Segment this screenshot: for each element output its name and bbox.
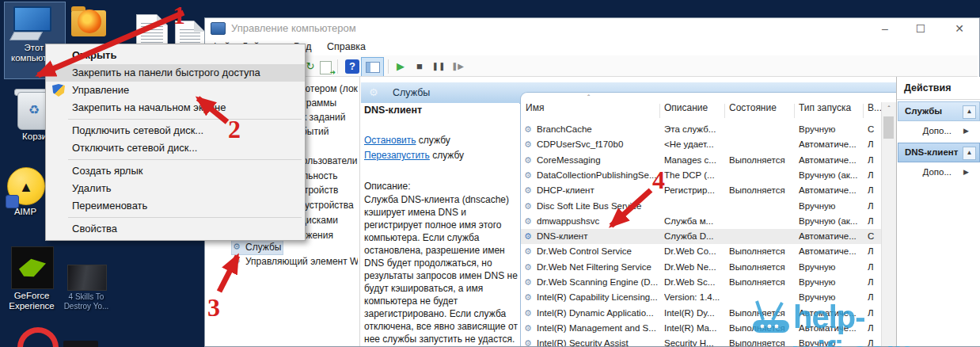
menu-separator [68, 217, 302, 218]
service-gear-icon: ⚙ [524, 185, 532, 196]
window-title: Управление компьютером [231, 22, 356, 34]
geforce-label: GeForce Experience [0, 291, 63, 311]
show-hide-console-tree-icon[interactable] [361, 57, 384, 77]
pane-divider-left[interactable] [359, 77, 360, 346]
service-row[interactable]: ⚙Dr.Web Net Filtering ServiceDr.Web Ne..… [521, 260, 882, 275]
context-rename[interactable]: Переименовать [46, 197, 305, 215]
vertical-scrollbar[interactable]: ˆ [881, 102, 896, 346]
service-gear-icon: ⚙ [524, 277, 532, 288]
service-row[interactable]: ⚙BranchCacheЭта служб...ВручнуюС [521, 122, 882, 137]
scroll-up-icon[interactable]: ˆ [882, 102, 896, 115]
this-pc-monitor-icon [13, 6, 51, 32]
selected-service-name: DNS-клиент [364, 105, 422, 116]
stop-service-suffix: службу [416, 135, 450, 146]
service-row[interactable]: ⚙DataCollectionPublishingSe...The DCP (.… [521, 168, 882, 183]
service-gear-icon: ⚙ [524, 124, 532, 135]
context-open[interactable]: Открыть [46, 47, 305, 64]
actions-more-services[interactable]: Допо...▶ [898, 122, 978, 139]
column-header-logon-as[interactable]: В... [868, 102, 882, 120]
stop-service-icon[interactable]: ■ [412, 59, 427, 74]
toolbar-separator-2 [388, 59, 389, 74]
column-header-description[interactable]: Описание [664, 102, 708, 120]
toolbar-separator [337, 59, 338, 74]
actions-section-services[interactable]: Службы ▲ [898, 101, 980, 121]
actions-title: Действия [904, 82, 951, 93]
column-header-startup-type[interactable]: Тип запуска [799, 102, 851, 120]
service-row[interactable]: ⚙Disc Soft Lite Bus ServiceВручнуюЛ [521, 199, 882, 214]
service-gear-icon: ⚙ [524, 262, 532, 273]
menu-help[interactable]: Справка [327, 41, 366, 52]
actions-section-dns-client[interactable]: DNS-клиент ▲ [898, 143, 980, 162]
service-row[interactable]: ⚙Intel(R) Management and S...Intel(R) Ma… [521, 321, 882, 336]
column-separator [863, 104, 864, 118]
restart-service-icon[interactable]: ❚▶ [450, 59, 465, 74]
context-pin-quick-access[interactable]: Закрепить на панели быстрого доступа [46, 64, 305, 82]
service-row[interactable]: ⚙Intel(R) Security AssistSecurity H...Вы… [521, 336, 882, 346]
column-separator [659, 104, 660, 118]
column-header-status[interactable]: Состояние [729, 102, 777, 120]
context-create-shortcut[interactable]: Создать ярлык [46, 162, 305, 180]
context-map-network-drive[interactable]: Подключить сетевой диск... [46, 122, 305, 139]
service-gear-icon: ⚙ [524, 231, 532, 242]
collapse-icon[interactable]: ▲ [963, 147, 976, 160]
service-row[interactable]: ⚙Dr.Web Scanning Engine (D...Dr.Web Sc..… [521, 275, 882, 290]
restart-service-link[interactable]: Перезапустить [364, 150, 430, 161]
uac-shield-icon [52, 84, 65, 97]
service-row[interactable]: ⚙Intel(R) Capability Licensing...Version… [521, 290, 882, 305]
context-properties[interactable]: Свойства [46, 220, 305, 238]
service-gear-icon: ⚙ [524, 308, 532, 318]
service-gear-icon: ⚙ [524, 246, 532, 257]
description-title: Описание: [364, 181, 411, 192]
tree-item-wmi-control[interactable]: ⚙Управляющий элемент WMI [245, 255, 358, 269]
submenu-arrow-icon: ▶ [963, 122, 969, 139]
service-row-dns-client-selected[interactable]: ⚙DNS-клиентСлужба D...Автоматиче...С [521, 229, 882, 244]
service-row[interactable]: ⚙CoreMessagingManages c...ВыполняетсяАвт… [521, 153, 882, 168]
actions-more-dns-client[interactable]: Допо...▶ [898, 163, 978, 181]
service-row[interactable]: ⚙dmwappushsvcСлужба м...Вручную (ак...Л [521, 214, 882, 229]
column-header-name[interactable]: Имя [526, 102, 544, 120]
column-separator [724, 104, 725, 118]
context-menu: Открыть Закрепить на панели быстрого дос… [45, 44, 306, 241]
context-disconnect-network-drive[interactable]: Отключить сетевой диск... [46, 139, 305, 157]
help-icon[interactable]: ? [345, 59, 359, 74]
service-row[interactable]: ⚙Intel(R) Dynamic Applicatio...Intel(R) … [521, 306, 882, 321]
service-gear-icon: ⚙ [524, 323, 532, 334]
service-gear-icon: ⚙ [524, 155, 532, 166]
mini-window-glyph [366, 62, 380, 73]
video-thumbnail-label: 4 Skills To Destroy Yo... [57, 292, 116, 311]
service-gear-icon: ⚙ [524, 292, 532, 303]
aimp-label: AIMP [6, 207, 44, 217]
context-manage[interactable]: Управление [46, 82, 305, 99]
wmi-gear-icon: ⚙ [233, 257, 242, 265]
start-service-icon[interactable]: ▶ [393, 59, 408, 74]
collapse-icon[interactable]: ▲ [963, 105, 976, 119]
submenu-arrow-icon: ▶ [963, 163, 969, 181]
export-list-icon[interactable] [320, 61, 332, 74]
window-app-icon [211, 22, 226, 35]
service-row[interactable]: ⚙DHCP-клиентРегистрир...ВыполняетсяАвтом… [521, 183, 882, 198]
menu-bar [205, 40, 978, 55]
sort-ascending-icon: ˆ [587, 94, 590, 103]
context-pin-start[interactable]: Закрепить на начальном экране [46, 99, 305, 116]
stop-service-link[interactable]: Остановить [364, 135, 416, 146]
close-button[interactable]: ✕ [942, 19, 977, 38]
desktop-icon-partial [63, 341, 98, 347]
service-gear-icon: ⚙ [524, 216, 532, 227]
service-row[interactable]: ⚙CDPUserSvc_f170b0<Не удает...Автоматиче… [521, 137, 882, 152]
maximize-button[interactable]: ☐ [903, 19, 938, 38]
minimize-button[interactable]: – [868, 19, 902, 38]
this-pc-keyboard-icon [9, 32, 43, 40]
menu-separator [68, 159, 302, 160]
desktop: Этот компьютер ♻ Корзина ▲ AIMP GeForce … [0, 0, 980, 347]
actions-pane: Действия Службы ▲ Допо...▶ DNS-клиент ▲ … [897, 77, 980, 346]
tree-item-services[interactable]: ⚙Службы [245, 241, 281, 254]
scrollbar-thumb[interactable] [883, 116, 894, 139]
context-delete[interactable]: Удалить [46, 180, 305, 197]
opera-icon-partial[interactable] [17, 327, 59, 347]
pause-service-icon[interactable]: ❚❚ [431, 59, 446, 74]
video-thumbnail-icon[interactable] [67, 265, 107, 291]
geforce-icon[interactable] [11, 246, 54, 289]
services-header-gear-icon: ⚙ [369, 86, 382, 99]
services-pane-title: Службы [393, 82, 430, 103]
service-row[interactable]: ⚙Dr.Web Control ServiceDr.Web Co...Выпол… [521, 244, 882, 259]
